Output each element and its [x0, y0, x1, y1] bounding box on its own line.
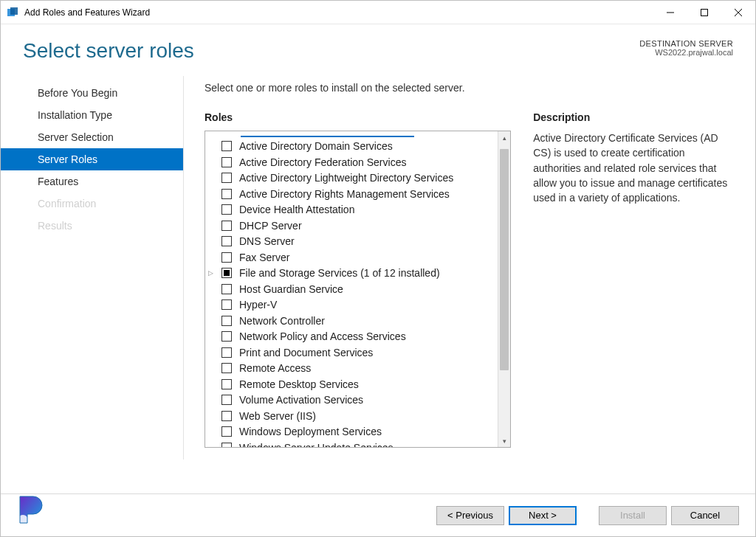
- role-checkbox[interactable]: [221, 204, 232, 215]
- nav-step-installation-type[interactable]: Installation Type: [1, 104, 183, 126]
- role-item[interactable]: Print and Document Services: [221, 345, 496, 361]
- role-checkbox[interactable]: [221, 299, 232, 310]
- role-item[interactable]: Windows Deployment Services: [221, 424, 496, 440]
- role-item[interactable]: Device Health Attestation: [221, 202, 496, 218]
- cancel-button[interactable]: Cancel: [671, 506, 739, 525]
- nav-step-features[interactable]: Features: [1, 170, 183, 193]
- role-item[interactable]: Remote Desktop Services: [221, 377, 496, 393]
- window-title: Add Roles and Features Wizard: [24, 7, 150, 18]
- roles-list: Active Directory Domain ServicesActive D…: [205, 131, 498, 447]
- role-label: Active Directory Lightweight Directory S…: [239, 170, 453, 186]
- role-checkbox[interactable]: [221, 189, 232, 199]
- role-item[interactable]: Remote Access: [221, 361, 496, 377]
- role-checkbox[interactable]: [221, 268, 232, 278]
- previous-button[interactable]: < Previous: [436, 506, 504, 525]
- close-button[interactable]: [721, 1, 755, 24]
- role-item[interactable]: Network Policy and Access Services: [221, 329, 496, 345]
- roles-listbox[interactable]: Active Directory Domain ServicesActive D…: [205, 131, 511, 448]
- maximize-button[interactable]: [687, 1, 721, 24]
- role-item[interactable]: Active Directory Lightweight Directory S…: [221, 170, 496, 187]
- role-item[interactable]: DNS Server: [221, 234, 496, 250]
- install-button[interactable]: Install: [599, 506, 667, 525]
- role-label: Volume Activation Services: [239, 392, 363, 408]
- nav-step-results: Results: [1, 215, 183, 237]
- role-item[interactable]: Windows Server Update Services: [221, 440, 496, 448]
- scroll-down-arrow-icon[interactable]: ▾: [498, 434, 510, 447]
- role-checkbox[interactable]: [221, 331, 232, 342]
- role-label: DNS Server: [239, 234, 295, 249]
- scrollbar[interactable]: ▴ ▾: [498, 131, 510, 447]
- role-item[interactable]: Active Directory Rights Management Servi…: [221, 187, 496, 203]
- role-item[interactable]: ▷File and Storage Services (1 of 12 inst…: [221, 266, 496, 282]
- role-item[interactable]: DHCP Server: [221, 218, 496, 235]
- watermark-logo-icon: [14, 492, 48, 529]
- role-label: DHCP Server: [239, 218, 302, 234]
- role-checkbox[interactable]: [221, 426, 232, 437]
- main-panel: Select one or more roles to install on t…: [184, 76, 755, 460]
- selection-underline: [241, 136, 414, 137]
- role-checkbox[interactable]: [221, 236, 232, 246]
- role-checkbox[interactable]: [221, 411, 232, 421]
- svg-rect-3: [701, 9, 708, 15]
- description-label: Description: [533, 111, 733, 123]
- svg-point-6: [18, 515, 28, 525]
- columns: Roles Active Directory Domain ServicesAc…: [205, 111, 733, 448]
- app-icon: [7, 7, 18, 18]
- role-item[interactable]: Network Controller: [221, 313, 496, 330]
- role-checkbox[interactable]: [221, 443, 232, 447]
- role-checkbox[interactable]: [221, 221, 232, 231]
- role-label: Web Server (IIS): [239, 409, 316, 424]
- role-label: Network Policy and Access Services: [239, 329, 406, 344]
- role-label: Remote Access: [239, 361, 311, 376]
- role-checkbox[interactable]: [221, 379, 232, 389]
- scroll-thumb[interactable]: [500, 149, 509, 370]
- role-item[interactable]: Active Directory Domain Services: [221, 139, 496, 155]
- role-label: Fax Server: [239, 250, 289, 266]
- role-label: Windows Server Update Services: [239, 440, 394, 448]
- role-label: Network Controller: [239, 313, 325, 329]
- role-checkbox[interactable]: [221, 284, 232, 294]
- role-item[interactable]: Fax Server: [221, 250, 496, 266]
- role-item[interactable]: Host Guardian Service: [221, 282, 496, 298]
- next-button[interactable]: Next >: [509, 506, 577, 525]
- wizard-body: Before You BeginInstallation TypeServer …: [1, 72, 755, 460]
- nav-step-before-you-begin[interactable]: Before You Begin: [1, 82, 183, 104]
- role-checkbox[interactable]: [221, 252, 232, 263]
- role-checkbox[interactable]: [221, 173, 232, 183]
- role-label: Active Directory Rights Management Servi…: [239, 187, 450, 202]
- expand-icon[interactable]: ▷: [208, 266, 213, 281]
- role-label: Active Directory Federation Services: [239, 155, 406, 170]
- page-header: Select server roles DESTINATION SERVER W…: [1, 24, 755, 72]
- roles-column: Roles Active Directory Domain ServicesAc…: [205, 111, 511, 448]
- role-checkbox[interactable]: [221, 157, 232, 167]
- role-item[interactable]: Web Server (IIS): [221, 409, 496, 425]
- wizard-steps-sidebar: Before You BeginInstallation TypeServer …: [1, 76, 184, 460]
- nav-step-server-roles[interactable]: Server Roles: [1, 148, 183, 170]
- role-item[interactable]: Volume Activation Services: [221, 392, 496, 409]
- window-controls: [653, 1, 755, 24]
- minimize-button[interactable]: [653, 1, 687, 24]
- description-text: Active Directory Certificate Services (A…: [533, 131, 733, 205]
- role-label: Hyper-V: [239, 297, 277, 313]
- role-item[interactable]: Active Directory Federation Services: [221, 155, 496, 171]
- minimize-icon: [667, 9, 674, 16]
- description-column: Description Active Directory Certificate…: [533, 111, 733, 448]
- role-checkbox[interactable]: [221, 363, 232, 373]
- instruction-text: Select one or more roles to install on t…: [205, 82, 733, 94]
- titlebar: Add Roles and Features Wizard: [1, 1, 755, 24]
- nav-step-confirmation: Confirmation: [1, 193, 183, 215]
- role-item[interactable]: Hyper-V: [221, 297, 496, 313]
- role-label: Host Guardian Service: [239, 282, 343, 297]
- role-label: Print and Document Services: [239, 345, 373, 361]
- role-checkbox[interactable]: [221, 316, 232, 326]
- role-checkbox[interactable]: [221, 141, 232, 151]
- scroll-up-arrow-icon[interactable]: ▴: [498, 131, 510, 144]
- destination-label: DESTINATION SERVER: [639, 39, 733, 48]
- wizard-footer: < Previous Next > Install Cancel: [1, 493, 755, 536]
- destination-block: DESTINATION SERVER WS2022.prajwal.local: [639, 39, 733, 57]
- role-checkbox[interactable]: [221, 395, 232, 405]
- nav-step-server-selection[interactable]: Server Selection: [1, 126, 183, 148]
- role-checkbox[interactable]: [221, 347, 232, 358]
- destination-server: WS2022.prajwal.local: [639, 48, 733, 57]
- svg-rect-1: [10, 7, 18, 15]
